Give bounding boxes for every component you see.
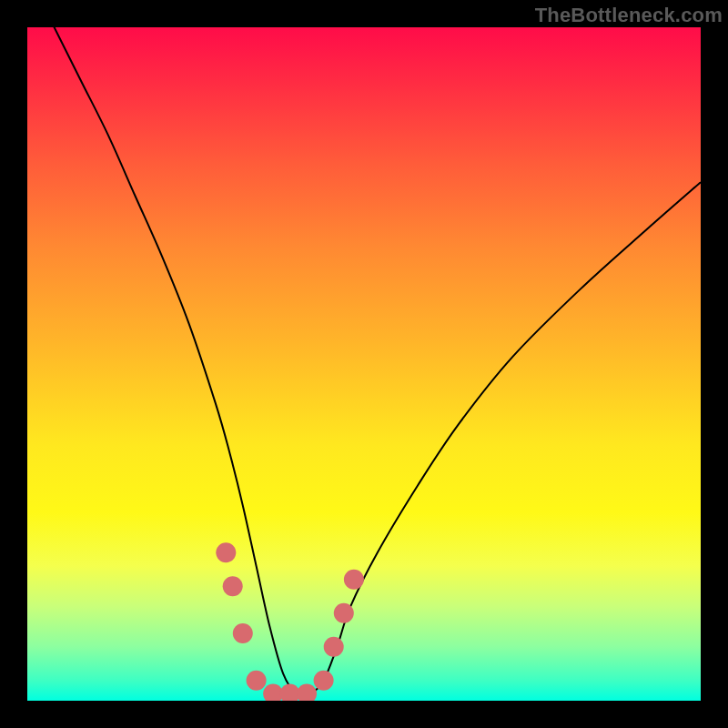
trough-marker-dot (344, 570, 364, 590)
trough-marker-dot (247, 671, 267, 691)
trough-marker-dot (334, 603, 354, 623)
trough-marker-dot (216, 542, 236, 562)
trough-marker-dot (314, 671, 334, 691)
watermark-text: TheBottleneck.com (535, 4, 723, 27)
trough-marker-dot (233, 623, 253, 643)
trough-markers (216, 542, 364, 701)
plot-area (27, 27, 701, 701)
trough-marker-dot (324, 637, 344, 657)
chart-frame: TheBottleneck.com (0, 0, 728, 728)
trough-marker-dot (297, 684, 317, 701)
chart-svg (27, 27, 701, 701)
bottleneck-curve-line (27, 27, 701, 696)
trough-marker-dot (223, 576, 243, 596)
